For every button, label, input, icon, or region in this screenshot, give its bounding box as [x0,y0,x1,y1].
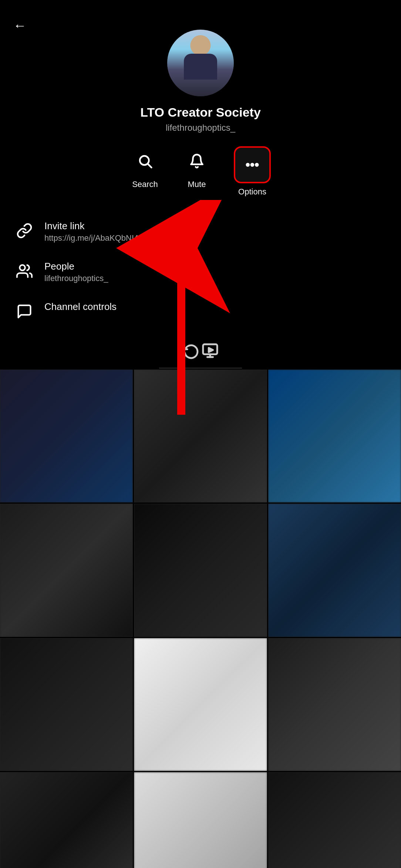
grid-cell-12 [268,772,401,868]
channel-controls-text: Channel controls [44,301,117,313]
grid-cell-10 [0,772,133,868]
search-label: Search [132,180,158,189]
people-subtitle: lifethroughoptics_ [44,274,108,283]
more-horizontal-icon [245,157,260,173]
bell-icon [189,153,205,169]
mute-label: Mute [188,180,206,189]
avatar-head [191,35,211,56]
people-title: People [44,261,108,272]
grid-cell-3 [268,370,401,503]
grid-cell-11 [134,772,267,868]
options-label: Options [238,187,266,197]
content-grid [0,370,401,868]
grid-cell-1 [0,370,133,503]
info-list: Invite link https://ig.me/j/AbaKQbNI4493… [0,211,401,330]
channel-controls-item[interactable]: Channel controls [15,292,386,330]
grid-cell-5 [134,504,267,637]
people-text: People lifethroughoptics_ [44,261,108,283]
grid-cell-2 [134,370,267,503]
people-item[interactable]: People lifethroughoptics_ [15,252,386,292]
link-icon [16,223,33,239]
refresh-icon [182,342,199,359]
invite-link-title: Invite link [44,220,173,232]
chat-icon-wrap [15,302,34,321]
back-button[interactable]: ← [13,18,27,33]
svg-point-2 [247,164,249,166]
tab-bar [159,334,242,368]
refresh-tab[interactable] [181,341,200,360]
invite-link-url: https://ig.me/j/AbaKQbNI44930dX3/ [44,233,173,243]
profile-section: LTO Creator Society lifethroughoptics_ S… [0,0,401,368]
options-action[interactable]: Options [234,146,271,197]
options-icon-wrap[interactable] [234,146,271,183]
media-icon [202,342,219,359]
svg-point-5 [20,265,25,271]
svg-point-3 [251,164,253,166]
grid-cell-8 [134,638,267,771]
svg-point-4 [256,164,258,166]
svg-marker-7 [209,348,213,352]
media-tab[interactable] [200,341,220,360]
channel-handle: lifethroughoptics_ [166,123,235,133]
people-icon-wrap [15,261,34,281]
invite-link-text: Invite link https://ig.me/j/AbaKQbNI4493… [44,220,173,243]
people-icon [16,263,33,279]
mute-action[interactable]: Mute [182,146,212,189]
grid-cell-9 [268,638,401,771]
svg-line-1 [148,164,152,168]
grid-cell-6 [268,504,401,637]
avatar-body [184,54,217,80]
channel-controls-title: Channel controls [44,301,117,313]
avatar [167,30,234,96]
search-icon-wrap [130,146,160,176]
action-row: Search Mute Options [130,146,271,197]
search-action[interactable]: Search [130,146,160,189]
chat-icon [16,303,33,320]
link-icon-wrap [15,221,34,240]
mute-icon-wrap [182,146,212,176]
grid-cell-7 [0,638,133,771]
invite-link-item[interactable]: Invite link https://ig.me/j/AbaKQbNI4493… [15,211,386,252]
grid-cell-4 [0,504,133,637]
search-icon [137,153,153,169]
channel-name: LTO Creator Society [140,105,261,120]
